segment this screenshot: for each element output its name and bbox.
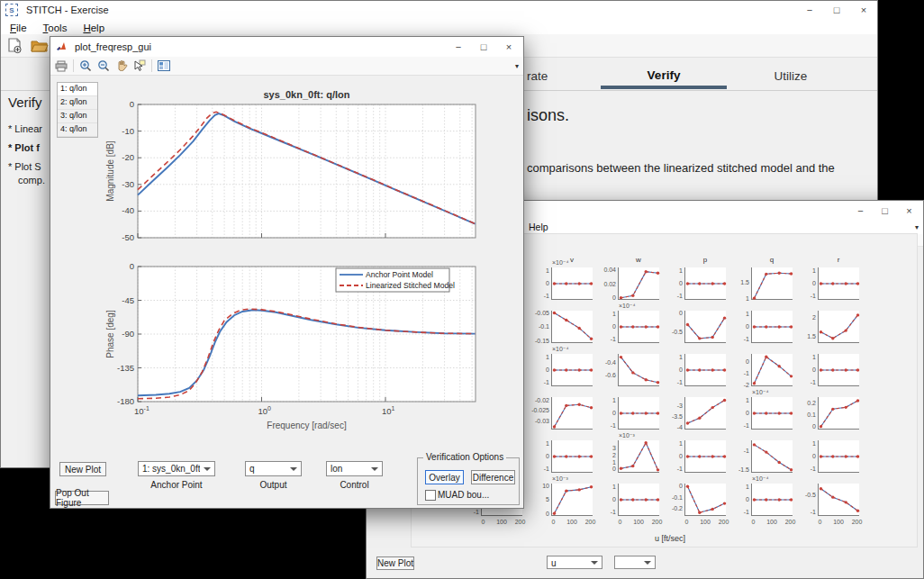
freqresp-window-controls: − □ ×	[446, 37, 521, 57]
sweep-second-dropdown[interactable]	[614, 556, 656, 569]
subplot-ytick: 1	[524, 354, 549, 360]
subplot-ytick: 0	[657, 280, 683, 286]
subplot-ytick: -1	[591, 509, 616, 515]
open-folder-icon[interactable]	[31, 39, 49, 53]
svg-text:Anchor Point Model: Anchor Point Model	[366, 270, 433, 279]
dropdown-value: q	[249, 464, 286, 474]
sweep-subplot	[684, 397, 726, 430]
svg-text:-30: -30	[122, 179, 134, 189]
plot-layout-icon[interactable]	[158, 60, 170, 71]
control-dropdown[interactable]: lon	[326, 461, 383, 476]
sweep-subplot	[751, 354, 793, 386]
tab-verify[interactable]: Verify	[622, 68, 705, 82]
bullet-continuation: comp.	[18, 175, 45, 185]
subplot-ytick: -1	[657, 379, 683, 385]
subplot-xtick: 200	[715, 519, 733, 525]
sweep-subplot	[751, 440, 793, 473]
subplot-ytick: 2	[791, 314, 816, 321]
subplot-ytick: 0	[591, 466, 616, 472]
subplot-ytick: -3	[657, 403, 683, 409]
subplot-ytick: 0	[591, 496, 616, 502]
close-button[interactable]: ×	[496, 37, 521, 57]
maximize-button[interactable]: □	[471, 37, 496, 57]
listbox-item[interactable]: 4: q/lon	[58, 123, 97, 137]
tab-utilize[interactable]: Utilize	[762, 69, 820, 83]
subplot-ytick: -0.2	[657, 505, 683, 511]
subplot-xtick: 0	[474, 519, 492, 525]
subplot-xtick: 100	[829, 519, 847, 525]
toolbar-overflow-icon[interactable]: ▾	[515, 62, 519, 70]
chevron-down-icon	[204, 467, 211, 471]
pan-hand-icon[interactable]	[115, 59, 128, 72]
sweep-series-dropdown[interactable]: u	[547, 556, 602, 569]
subplot-ytick: -1	[724, 370, 749, 376]
subplot-ytick: -0.05	[524, 310, 549, 316]
subplot-ytick: 0	[791, 423, 816, 430]
subplot-ytick: -4	[657, 424, 683, 430]
subplot-ytick: 0	[524, 511, 549, 517]
subplot-xtick: 0	[611, 519, 629, 525]
subplot-ytick: -0.02	[524, 397, 549, 403]
zoom-in-icon[interactable]	[79, 59, 92, 72]
subplot-ytick: 0.2	[791, 400, 816, 406]
response-listbox[interactable]: 1: q/lon2: q/lon3: q/lon4: q/lon	[57, 82, 98, 138]
bullet-item: * Linear	[8, 123, 42, 134]
difference-button[interactable]: Difference	[471, 470, 515, 484]
subplot-ytick: 0	[657, 453, 683, 459]
menu-help[interactable]: Help	[76, 21, 112, 35]
close-button[interactable]: ×	[850, 1, 877, 19]
subplot-column-title: w	[618, 256, 659, 264]
subplot-ytick: -0.4	[591, 359, 616, 366]
svg-text:0: 0	[130, 261, 134, 271]
menu-file[interactable]: File	[3, 21, 34, 35]
subplot-ytick: -1	[657, 466, 683, 472]
subplot-ytick: 0	[791, 366, 816, 373]
subplot-ytick: 1	[657, 354, 683, 360]
subplot-ytick: -0.5	[657, 329, 683, 335]
sweep-subplot	[818, 484, 859, 516]
svg-text:-135: -135	[117, 363, 134, 373]
minimize-button[interactable]: −	[446, 37, 471, 57]
zoom-out-icon[interactable]	[97, 59, 110, 72]
subplot-ytick: -1	[724, 448, 749, 454]
tab-generate-fragment[interactable]: rate	[527, 69, 548, 83]
svg-text:101: 101	[382, 405, 395, 416]
muad-checkbox[interactable]	[425, 490, 436, 501]
new-plot-button[interactable]: New Plot	[59, 462, 106, 476]
subplot-exponent-label: ×10⁻³	[619, 432, 635, 439]
subplot-ytick: 0	[591, 410, 616, 416]
svg-text:-180: -180	[117, 396, 134, 406]
main-titlebar: S STITCH - Exercise	[1, 1, 877, 19]
subplot-exponent-label: ×10⁻³	[552, 475, 568, 483]
subplot-ytick: -1	[724, 336, 749, 342]
svg-text:-10: -10	[122, 126, 134, 136]
listbox-item[interactable]: 2: q/lon	[58, 96, 97, 110]
maximize-button[interactable]: □	[823, 1, 850, 19]
sweep-new-plot-button[interactable]: New Plot	[376, 556, 414, 570]
print-icon[interactable]	[55, 60, 68, 72]
side-heading: Verify	[8, 95, 42, 110]
subplot-xtick: 0	[811, 519, 829, 525]
dropdown-value: u	[551, 558, 587, 568]
bode-xlabel: Frequency [rad/sec]	[267, 421, 347, 430]
listbox-item[interactable]: 1: q/lon	[58, 83, 97, 96]
anchor-point-dropdown[interactable]: 1: sys_0kn_0ft	[138, 461, 215, 476]
subplot-xtick: 100	[563, 519, 581, 525]
listbox-item[interactable]: 3: q/lon	[58, 110, 97, 123]
minimize-button[interactable]: −	[796, 1, 823, 19]
menu-tools[interactable]: Tools	[36, 21, 75, 35]
subplot-ytick: 1	[524, 267, 549, 274]
subplot-ytick: 0	[591, 323, 616, 330]
subplot-ytick: -1	[524, 466, 549, 472]
subplot-xtick: 200	[648, 519, 666, 525]
datatip-icon[interactable]	[133, 59, 146, 72]
overlay-button[interactable]: Overlay	[425, 470, 464, 484]
sweep-subplot	[618, 354, 659, 386]
sweep-xlabel: u [ft/sec]	[625, 534, 715, 543]
output-dropdown[interactable]: q	[245, 461, 302, 476]
subplot-ytick: -1	[791, 509, 816, 515]
new-document-icon[interactable]	[7, 38, 23, 54]
pop-out-figure-button[interactable]: Pop Out Figure	[55, 491, 109, 505]
freqresp-window-title: plot_freqresp_gui	[75, 41, 151, 52]
subplot-ytick: 0	[657, 366, 683, 373]
